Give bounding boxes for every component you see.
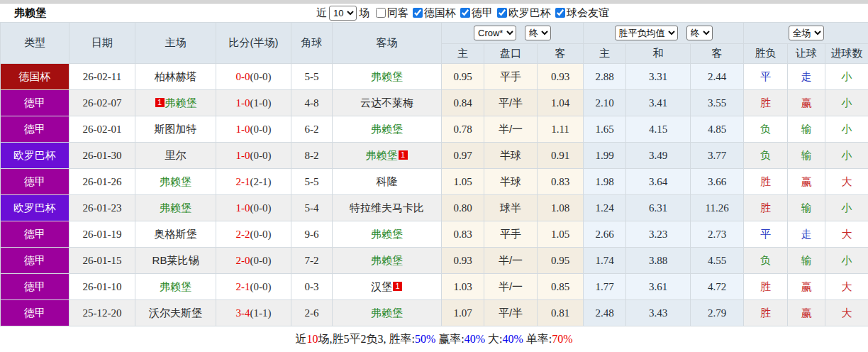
club-friendly-label: 球会友谊 xyxy=(567,6,609,20)
bundesliga-checkbox[interactable] xyxy=(460,8,470,18)
same-venue-checkbox[interactable] xyxy=(376,8,386,18)
odds-home-cell: 0.95 xyxy=(442,64,484,90)
odds-time-select[interactable]: 终 xyxy=(525,26,551,40)
filter-bar: 近 10 场 同客 德国杯 德甲 欧罗巴杯 球会友谊 xyxy=(314,4,609,22)
type-cell: 德国杯 xyxy=(1,64,69,90)
result-goals-cell: 小 xyxy=(825,143,868,169)
avg-type-select[interactable]: 胜平负均值 xyxy=(615,26,678,40)
odds-home-cell: 0.83 xyxy=(442,221,484,248)
result-let-cell: 赢 xyxy=(788,274,825,300)
table-row: 德甲 26-02-01 斯图加特 1-0(0-0) 6-2 弗赖堡 0.78 半… xyxy=(1,116,868,143)
games-label: 场 xyxy=(359,6,369,20)
same-venue-filter[interactable]: 同客 xyxy=(372,6,408,20)
avg-time-select[interactable]: 终 xyxy=(686,26,713,40)
recent-count-select[interactable]: 10 xyxy=(329,6,357,21)
avg-home-cell: 1.74 xyxy=(584,248,626,274)
col-header-date: 日期 xyxy=(69,23,135,64)
score-cell: 3-4(1-1) xyxy=(216,300,291,326)
col-header-type: 类型 xyxy=(1,23,69,64)
summary-bar: 近10场,胜5平2负3, 胜率:50% 赢率:40% 大:40% 单率:70% xyxy=(0,326,868,352)
odds-away-cell: 0.95 xyxy=(538,248,584,274)
club-friendly-filter[interactable]: 球会友谊 xyxy=(551,6,609,20)
table-row: 欧罗巴杯 26-01-23 弗赖堡 1-0(0-0) 5-4 特拉维夫马卡比 0… xyxy=(1,195,868,221)
type-cell: 德甲 xyxy=(1,274,69,300)
result-let-cell: 输 xyxy=(788,248,825,274)
page-title: 弗赖堡 xyxy=(0,6,46,20)
avg-home-cell: 2.88 xyxy=(584,64,626,90)
result-wdl-cell: 平 xyxy=(744,64,788,90)
odds-home-cell: 0.97 xyxy=(442,143,484,169)
avg-draw-cell: 3.31 xyxy=(626,64,691,90)
handicap-cell: 半/一 xyxy=(484,274,538,300)
avg-draw-cell: 3.88 xyxy=(626,248,691,274)
result-let-cell: 赢 xyxy=(788,300,825,326)
fulltime-select[interactable]: 全场 xyxy=(789,26,824,40)
handicap-cell: 平/半 xyxy=(484,90,538,116)
away-team: 弗赖堡1 xyxy=(333,143,442,169)
odds-source-select[interactable]: Crow* xyxy=(474,26,516,40)
avg-home-cell: 2.48 xyxy=(584,300,626,326)
date-cell: 26-01-30 xyxy=(69,143,135,169)
europa-league-filter[interactable]: 欧罗巴杯 xyxy=(493,6,551,20)
date-cell: 26-01-23 xyxy=(69,195,135,221)
handicap-cell: 半球 xyxy=(484,143,538,169)
col-header-goals: 进球数 xyxy=(825,44,868,64)
away-team: 汉堡1 xyxy=(333,274,442,300)
german-cup-filter[interactable]: 德国杯 xyxy=(408,6,456,20)
avg-away-cell: 3.77 xyxy=(691,143,744,169)
avg-draw-cell: 3.43 xyxy=(626,300,691,326)
result-let-cell: 输 xyxy=(788,143,825,169)
avg-away-cell: 2.73 xyxy=(691,221,744,248)
table-row: 德甲 26-01-26 弗赖堡 2-1(2-1) 5-5 科隆 1.05 半球 … xyxy=(1,169,868,195)
german-cup-checkbox[interactable] xyxy=(413,8,423,18)
odds-home-cell: 0.84 xyxy=(442,90,484,116)
avg-away-cell: 2.44 xyxy=(691,64,744,90)
odds-home-cell: 1.03 xyxy=(442,274,484,300)
bundesliga-filter[interactable]: 德甲 xyxy=(456,6,493,20)
avg-draw-cell: 3.23 xyxy=(626,221,691,248)
result-wdl-cell: 胜 xyxy=(744,90,788,116)
date-cell: 26-01-26 xyxy=(69,169,135,195)
avg-away-cell: 4.85 xyxy=(691,116,744,143)
col-header-odds-away: 客 xyxy=(538,44,584,64)
result-goals-cell: 大 xyxy=(825,169,868,195)
avg-home-cell: 2.66 xyxy=(584,221,626,248)
odds-away-cell: 1.05 xyxy=(538,221,584,248)
table-row: 德甲 25-12-20 沃尔夫斯堡 3-4(1-1) 2-6 弗赖堡 1.07 … xyxy=(1,300,868,326)
home-team: 弗赖堡 xyxy=(135,195,216,221)
result-wdl-cell: 负 xyxy=(744,248,788,274)
europa-league-checkbox[interactable] xyxy=(497,8,507,18)
result-let-cell: 走 xyxy=(788,64,825,90)
home-team: RB莱比锡 xyxy=(135,248,216,274)
table-row: 德甲 26-01-15 RB莱比锡 2-0(0-0) 7-2 弗赖堡 0.93 … xyxy=(1,248,868,274)
club-friendly-checkbox[interactable] xyxy=(555,8,565,18)
date-cell: 26-01-19 xyxy=(69,221,135,248)
date-cell: 26-01-10 xyxy=(69,274,135,300)
avg-away-cell: 4.55 xyxy=(691,248,744,274)
score-cell: 2-0(0-0) xyxy=(216,248,291,274)
avg-draw-cell: 6.31 xyxy=(626,195,691,221)
odds-group-header: Crow* 终 xyxy=(442,23,584,44)
avg-away-cell: 3.55 xyxy=(691,90,744,116)
corner-cell: 6-2 xyxy=(291,116,333,143)
odds-away-cell: 0.83 xyxy=(538,169,584,195)
avg-away-cell: 2.79 xyxy=(691,300,744,326)
col-header-avg-draw: 和 xyxy=(626,44,691,64)
odds-away-cell: 1.08 xyxy=(538,195,584,221)
col-header-score: 比分(半场) xyxy=(216,23,291,64)
matches-table: 类型 日期 主场 比分(半场) 角球 客场 Crow* 终 胜平负均值 终 全场 xyxy=(0,22,868,326)
result-let-cell: 走 xyxy=(788,221,825,248)
result-goals-cell: 小 xyxy=(825,64,868,90)
corner-cell: 5-5 xyxy=(291,169,333,195)
away-team: 弗赖堡 xyxy=(333,116,442,143)
bundesliga-label: 德甲 xyxy=(472,6,493,20)
col-header-avg-away: 客 xyxy=(691,44,744,64)
type-cell: 德甲 xyxy=(1,116,69,143)
avg-home-cell: 1.98 xyxy=(584,169,626,195)
date-cell: 25-12-20 xyxy=(69,300,135,326)
table-row: 欧罗巴杯 26-01-30 里尔 1-0(0-0) 8-2 弗赖堡1 0.97 … xyxy=(1,143,868,169)
col-header-handicap: 盘口 xyxy=(484,44,538,64)
odds-away-cell: 0.85 xyxy=(538,274,584,300)
col-header-home: 主场 xyxy=(135,23,216,64)
europa-league-label: 欧罗巴杯 xyxy=(508,6,551,20)
